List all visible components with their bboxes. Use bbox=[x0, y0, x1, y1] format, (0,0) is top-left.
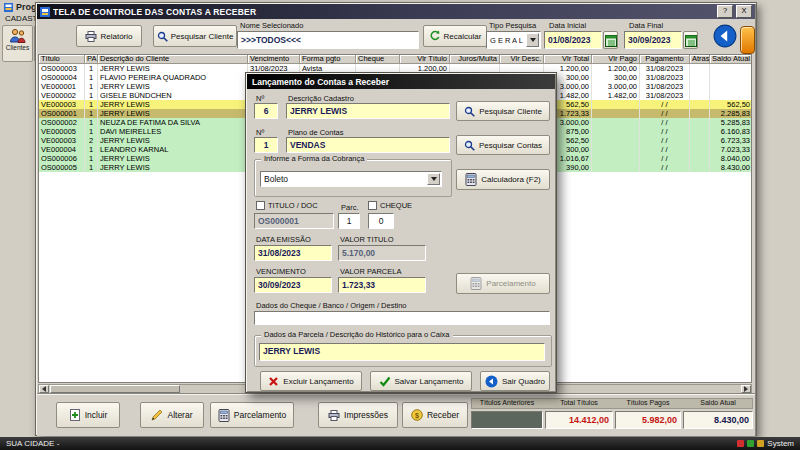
cell-pagamento: 31/08/2023 bbox=[640, 64, 690, 73]
dialog-pesquisar-cliente-button[interactable]: Pesquisar Cliente bbox=[456, 101, 550, 121]
salvar-lancamento-button[interactable]: Salvar Lançamento bbox=[370, 371, 472, 391]
recalcular-button[interactable]: Recalcular bbox=[423, 25, 487, 47]
cell-titulo: OS000006 bbox=[39, 154, 85, 163]
plano-num-label: Nº bbox=[256, 128, 264, 137]
cell-saldo-atual: 8.430,00 bbox=[710, 163, 752, 172]
tipo-pesquisa-label: Tipo Pesquisa bbox=[489, 21, 536, 30]
cell-pa: 2 bbox=[85, 136, 98, 145]
cell-titulo: VE000002 bbox=[39, 91, 85, 100]
summary-panel: Títulos Anteriores Total Títulos Títulos… bbox=[471, 398, 753, 433]
titulo-doc-field[interactable]: OS000001 bbox=[254, 213, 334, 229]
tray-icon-green[interactable] bbox=[747, 440, 754, 447]
tray-icon-red[interactable] bbox=[737, 440, 744, 447]
cell-titulo: OS000004 bbox=[39, 73, 85, 82]
dados-cheque-field[interactable] bbox=[254, 311, 550, 325]
receber-button[interactable]: $ Receber bbox=[402, 402, 468, 428]
data-inicial-calendar-button[interactable] bbox=[603, 31, 618, 49]
pesquisar-cliente-label: Pesquisar Cliente bbox=[171, 32, 234, 41]
dialog-pesquisar-cliente-label: Pesquisar Cliente bbox=[479, 107, 542, 116]
window-titlebar[interactable]: TELA DE CONTROLE DAS CONTAS A RECEBER ? … bbox=[37, 4, 755, 19]
valor-titulo-field[interactable]: 5.170,00 bbox=[338, 245, 426, 261]
arrow-left-icon[interactable] bbox=[39, 385, 49, 393]
calculadora-button[interactable]: Calculadora (F2) bbox=[456, 169, 550, 190]
dialog-titlebar[interactable]: Lançamento do Contas a Receber bbox=[247, 74, 555, 89]
cheque-count-field[interactable]: 0 bbox=[368, 213, 394, 229]
data-final-calendar-button[interactable] bbox=[683, 31, 698, 49]
cell-titulo: VE000003 bbox=[39, 100, 85, 109]
titulo-doc-checkbox[interactable] bbox=[256, 201, 265, 210]
column-header-forma-pgto: Forma pgto bbox=[300, 55, 356, 64]
pesquisar-cliente-button[interactable]: Pesquisar Cliente bbox=[153, 25, 237, 47]
nome-selecionado-field[interactable]: >>>TODOS<<< bbox=[237, 31, 419, 49]
taskbar[interactable]: SUA CIDADE - System bbox=[0, 437, 800, 450]
cell-pa: 1 bbox=[85, 64, 98, 73]
parcelamento-button[interactable]: Parcelamento bbox=[210, 402, 294, 428]
cell-pagamento: / / bbox=[640, 154, 690, 163]
shortcut-clientes-label: Clientes bbox=[6, 44, 29, 51]
dados-cheque-label: Dados do Cheque / Banco / Origem / Desti… bbox=[256, 301, 407, 310]
column-header-pagamento: Pagamento bbox=[640, 55, 690, 64]
alterar-button[interactable]: Alterar bbox=[140, 402, 204, 428]
system-tray: System bbox=[737, 439, 794, 448]
cell-pagamento: / / bbox=[640, 118, 690, 127]
cell-titulo: VE000004 bbox=[39, 145, 85, 154]
calendar-icon bbox=[605, 34, 617, 47]
incluir-button[interactable]: Incluir bbox=[56, 402, 120, 428]
cell-vlr-pago bbox=[592, 136, 640, 145]
cheque-checkbox-row: CHEQUE bbox=[368, 201, 412, 210]
plano-num-field[interactable]: 1 bbox=[254, 137, 278, 153]
data-emissao-field[interactable]: 31/08/2023 bbox=[254, 245, 332, 261]
plano-contas-field[interactable]: VENDAS bbox=[286, 137, 450, 153]
orange-toolbar-button[interactable] bbox=[740, 26, 755, 54]
cheque-checkbox[interactable] bbox=[368, 201, 377, 210]
valor-parcela-field[interactable]: 1.723,33 bbox=[338, 277, 426, 293]
cell-cliente: FLAVIO PEREIRA QUADRADO bbox=[98, 73, 248, 82]
cell-saldo-atual bbox=[710, 73, 752, 82]
taskbar-app-label[interactable]: SUA CIDADE - bbox=[6, 439, 59, 448]
scrollbar-thumb[interactable] bbox=[50, 385, 180, 393]
cell-saldo-atual bbox=[710, 91, 752, 100]
pesquisar-contas-button[interactable]: Pesquisar Contas bbox=[456, 135, 550, 155]
exit-circle-button[interactable] bbox=[713, 24, 737, 48]
svg-text:$: $ bbox=[415, 412, 419, 420]
column-header-cheque: Cheque bbox=[356, 55, 400, 64]
cell-titulo: OS000005 bbox=[39, 163, 85, 172]
tray-icon-yellow[interactable] bbox=[757, 440, 764, 447]
vencimento-field[interactable]: 30/09/2023 bbox=[254, 277, 332, 293]
arrow-right-icon[interactable] bbox=[741, 385, 751, 393]
close-button[interactable]: X bbox=[736, 5, 752, 18]
cell-pa: 1 bbox=[85, 73, 98, 82]
titulos-anteriores-value bbox=[471, 411, 543, 429]
cheque-label: CHEQUE bbox=[380, 201, 412, 210]
cell-cliente: JERRY LEWIS bbox=[98, 154, 248, 163]
cell-titulo: VE000001 bbox=[39, 82, 85, 91]
forma-cobranca-select[interactable]: Boleto bbox=[260, 171, 442, 187]
historico-field[interactable]: JERRY LEWIS bbox=[259, 343, 545, 361]
tipo-pesquisa-select[interactable]: G E R A L bbox=[486, 31, 541, 49]
cell-pagamento: / / bbox=[640, 127, 690, 136]
data-inicial-field[interactable]: 01/08/2023 bbox=[544, 31, 602, 49]
calculator-icon bbox=[218, 409, 230, 422]
data-final-field[interactable]: 30/09/2023 bbox=[624, 31, 682, 49]
cell-saldo-atual bbox=[710, 64, 752, 73]
help-button[interactable]: ? bbox=[717, 5, 733, 18]
parc-field[interactable]: 1 bbox=[338, 213, 360, 229]
cell-cliente: JERRY LEWIS bbox=[98, 100, 248, 109]
cell-pa: 1 bbox=[85, 109, 98, 118]
titulo-doc-checkbox-row: TITULO / DOC bbox=[256, 201, 318, 210]
impressoes-button[interactable]: Impressões bbox=[318, 402, 398, 428]
chevron-down-icon[interactable] bbox=[526, 33, 539, 47]
chevron-down-icon[interactable] bbox=[427, 173, 440, 185]
codigo-field[interactable]: 6 bbox=[254, 103, 278, 119]
descricao-cadastro-field[interactable]: JERRY LEWIS bbox=[286, 103, 450, 119]
sair-quadro-button[interactable]: Sair Quadro bbox=[480, 371, 550, 391]
tipo-pesquisa-value: G E R A L bbox=[490, 36, 523, 45]
desktop: Programa CADASTROS Clientes Fornec TELA … bbox=[0, 0, 800, 450]
relatorio-button[interactable]: Relatório bbox=[76, 25, 142, 47]
cell-atraso bbox=[690, 118, 710, 127]
cell-pagamento: 31/08/2023 bbox=[640, 82, 690, 91]
shortcut-clientes[interactable]: Clientes bbox=[2, 25, 33, 62]
excluir-lancamento-button[interactable]: Excluir Lançamento bbox=[260, 371, 362, 391]
cell-cliente: JERRY LEWIS bbox=[98, 163, 248, 172]
dialog-parcelamento-button[interactable]: Parcelamento bbox=[456, 273, 550, 294]
